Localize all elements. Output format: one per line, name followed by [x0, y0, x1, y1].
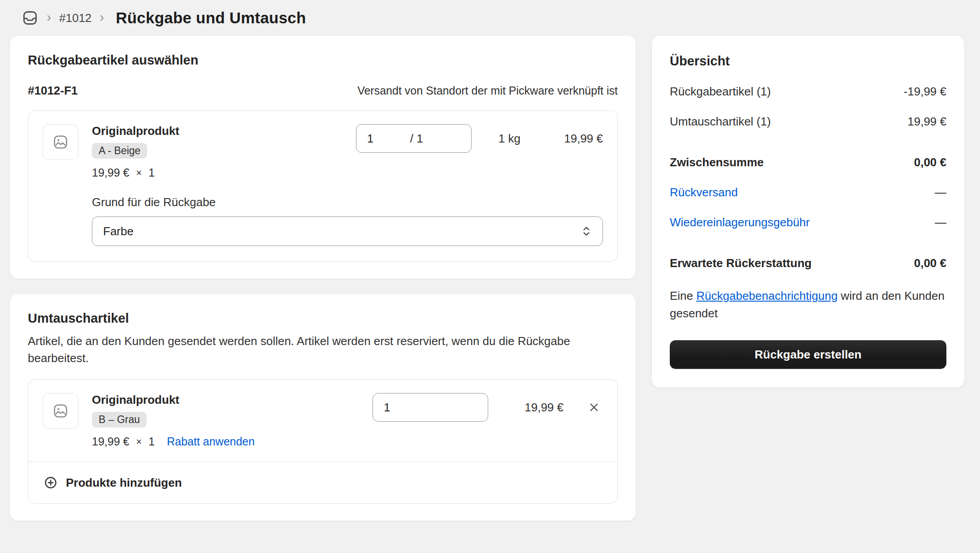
unit-qty: 1	[148, 166, 155, 179]
summary-label: Zwischensumme	[670, 156, 764, 169]
exchange-product-box: Originalprodukt B – Grau 19,99 € × 1 Rab…	[28, 379, 618, 504]
quantity-max-label: / 1	[410, 132, 423, 146]
exchange-card-title: Umtauschartikel	[28, 311, 618, 326]
chevron-right-icon: ›	[98, 10, 106, 26]
exchange-line-total: 19,99 €	[501, 401, 564, 415]
price-line: 19,99 € × 1 Rabatt anwenden	[92, 435, 373, 448]
summary-label: Erwartete Rückerstattung	[670, 256, 811, 270]
main-column: Rückgabeartikel auswählen #1012-F1 Versa…	[10, 36, 636, 521]
chevron-right-icon: ›	[45, 10, 53, 26]
exchange-row-controls: 19,99 €	[373, 393, 603, 422]
plus-circle-icon	[43, 475, 58, 490]
return-product-box: Originalprodukt A - Beige 19,99 € × 1	[28, 110, 618, 262]
return-card-title: Rückgabeartikel auswählen	[28, 53, 618, 68]
summary-row-exchange-items: Umtauschartikel (1) 19,99 €	[670, 115, 946, 129]
exchange-quantity-input[interactable]	[373, 393, 427, 421]
summary-label: Umtauschartikel (1)	[670, 115, 771, 129]
main-layout: Rückgabeartikel auswählen #1012-F1 Versa…	[0, 36, 980, 539]
product-info: Originalprodukt B – Grau 19,99 € × 1 Rab…	[92, 393, 373, 448]
return-reason-section: Grund für die Rückgabe Farbe	[28, 193, 617, 261]
summary-value: 0,00 €	[914, 156, 946, 169]
exchange-quantity-box	[373, 393, 488, 422]
return-reason-label: Grund für die Rückgabe	[92, 195, 603, 209]
summary-value: -19,99 €	[904, 85, 946, 99]
summary-row-return-shipping: Rückversand —	[670, 186, 946, 199]
product-thumbnail	[43, 124, 78, 160]
return-row-controls: / 1 1 kg 19,99 €	[356, 124, 603, 153]
item-weight: 1 kg	[499, 132, 520, 146]
summary-card: Übersicht Rückgabeartikel (1) -19,99 € U…	[652, 36, 964, 388]
variant-badge: A - Beige	[92, 143, 147, 159]
shipping-note: Versandt von Standort der mit Pickware v…	[357, 84, 618, 97]
side-column: Übersicht Rückgabeartikel (1) -19,99 € U…	[652, 36, 964, 388]
summary-label: Rückgabeartikel (1)	[670, 85, 771, 99]
image-placeholder-icon	[52, 403, 69, 419]
add-products-button[interactable]: Produkte hinzufügen	[28, 462, 617, 503]
exchange-product-row: Originalprodukt B – Grau 19,99 € × 1 Rab…	[28, 380, 617, 462]
summary-value: 19,99 €	[907, 115, 946, 129]
product-name: Originalprodukt	[92, 124, 356, 138]
summary-value: —	[935, 216, 946, 229]
updown-caret-icon	[580, 225, 593, 238]
apply-discount-link[interactable]: Rabatt anwenden	[167, 435, 255, 448]
unit-qty: 1	[148, 435, 155, 448]
return-exchange-page: › #1012 › Rückgabe und Umtausch Rückgabe…	[0, 0, 980, 553]
price-line: 19,99 € × 1	[92, 166, 356, 179]
product-thumbnail	[43, 393, 78, 429]
exchange-card-description: Artikel, die an den Kunden gesendet werd…	[28, 333, 606, 367]
return-reason-value: Farbe	[103, 225, 134, 238]
breadcrumb: › #1012 › Rückgabe und Umtausch	[0, 0, 980, 36]
return-quantity-box: / 1	[356, 124, 472, 153]
summary-row-expected-refund: Erwartete Rückerstattung 0,00 €	[670, 256, 946, 270]
variant-badge: B – Grau	[92, 412, 147, 428]
summary-value: —	[935, 186, 946, 199]
return-notification-notice: Eine Rückgabebenachrichtigung wird an de…	[670, 287, 946, 322]
x-icon	[587, 401, 601, 414]
return-shipping-link[interactable]: Rückversand	[670, 186, 738, 199]
unit-price: 19,99 €	[92, 166, 129, 179]
return-items-card: Rückgabeartikel auswählen #1012-F1 Versa…	[10, 36, 636, 279]
return-product-row: Originalprodukt A - Beige 19,99 € × 1	[28, 111, 617, 193]
multiply-sign: ×	[136, 167, 142, 179]
product-name: Originalprodukt	[92, 393, 373, 407]
breadcrumb-order-link[interactable]: #1012	[59, 11, 91, 25]
image-placeholder-icon	[52, 134, 69, 150]
summary-row-subtotal: Zwischensumme 0,00 €	[670, 156, 946, 169]
exchange-items-card: Umtauschartikel Artikel, die an den Kund…	[10, 294, 636, 521]
summary-row-restocking-fee: Wiedereinlagerungsgebühr —	[670, 216, 946, 229]
orders-inbox-icon[interactable]	[22, 9, 39, 26]
restocking-fee-link[interactable]: Wiedereinlagerungsgebühr	[670, 216, 810, 229]
return-quantity-input[interactable]	[356, 125, 410, 152]
summary-title: Übersicht	[670, 54, 946, 69]
return-notification-link[interactable]: Rückgabebenachrichtigung	[696, 289, 837, 302]
return-reason-select[interactable]: Farbe	[92, 216, 603, 246]
page-title: Rückgabe und Umtausch	[116, 9, 306, 27]
create-return-button[interactable]: Rückgabe erstellen	[670, 340, 946, 369]
notice-prefix: Eine	[670, 289, 696, 302]
summary-row-return-items: Rückgabeartikel (1) -19,99 €	[670, 85, 946, 99]
multiply-sign: ×	[136, 436, 142, 448]
remove-exchange-item-button[interactable]	[585, 398, 603, 416]
summary-value: 0,00 €	[914, 256, 946, 270]
fulfillment-id: #1012-F1	[28, 84, 78, 98]
fulfillment-row: #1012-F1 Versandt von Standort der mit P…	[28, 84, 618, 98]
product-info: Originalprodukt A - Beige 19,99 € × 1	[92, 124, 356, 179]
unit-price: 19,99 €	[92, 435, 129, 448]
return-line-total: 19,99 €	[546, 132, 603, 146]
add-products-label: Produkte hinzufügen	[66, 476, 182, 490]
